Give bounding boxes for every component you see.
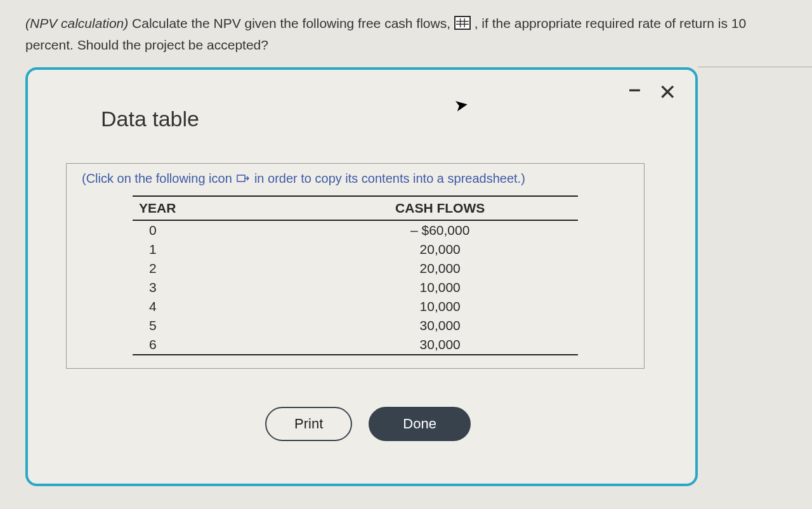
cell-year: 5 bbox=[133, 316, 232, 335]
hint-after: in order to copy its contents into a spr… bbox=[251, 171, 525, 185]
table-row: 310,000 bbox=[133, 278, 578, 297]
cell-year: 3 bbox=[133, 278, 232, 297]
modal-title: Data table bbox=[101, 107, 670, 131]
question-before-icon: Calculate the NPV given the following fr… bbox=[128, 16, 454, 30]
table-row: 530,000 bbox=[133, 316, 578, 335]
table-row: 120,000 bbox=[133, 240, 578, 259]
question-text: (NPV calculation) Calculate the NPV give… bbox=[25, 13, 787, 55]
question-lead: (NPV calculation) bbox=[25, 16, 128, 30]
svg-rect-5 bbox=[237, 175, 245, 182]
data-table-icon[interactable] bbox=[454, 16, 471, 30]
cell-cash: 10,000 bbox=[232, 278, 578, 297]
table-row: 220,000 bbox=[133, 259, 578, 278]
cell-year: 1 bbox=[133, 240, 232, 259]
cell-year: 4 bbox=[133, 297, 232, 316]
divider bbox=[698, 67, 812, 67]
col-year: YEAR bbox=[133, 196, 232, 220]
done-button[interactable]: Done bbox=[369, 407, 471, 441]
table-row: 0– $60,000 bbox=[133, 220, 578, 240]
table-container: (Click on the following icon in order to… bbox=[66, 163, 645, 369]
hint-before: (Click on the following icon bbox=[82, 171, 235, 185]
cell-cash: – $60,000 bbox=[232, 220, 578, 240]
table-row: 630,000 bbox=[133, 335, 578, 355]
copy-hint: (Click on the following icon in order to… bbox=[82, 171, 629, 187]
table-row: 410,000 bbox=[133, 297, 578, 316]
col-cash: CASH FLOWS bbox=[232, 196, 578, 220]
svg-rect-0 bbox=[456, 18, 469, 27]
cell-cash: 30,000 bbox=[232, 335, 578, 355]
cell-cash: 20,000 bbox=[232, 240, 578, 259]
cash-flow-table: YEAR CASH FLOWS 0– $60,000 120,000 220,0… bbox=[133, 195, 578, 355]
cell-year: 0 bbox=[133, 220, 232, 240]
data-table-modal: ➤ – ✕ Data table (Click on the following… bbox=[25, 67, 698, 486]
cell-year: 2 bbox=[133, 259, 232, 278]
copy-to-spreadsheet-icon[interactable] bbox=[237, 172, 249, 187]
cell-cash: 30,000 bbox=[232, 316, 578, 335]
close-button[interactable]: ✕ bbox=[658, 81, 676, 103]
cell-cash: 20,000 bbox=[232, 259, 578, 278]
cell-cash: 10,000 bbox=[232, 297, 578, 316]
print-button[interactable]: Print bbox=[265, 407, 352, 441]
cell-year: 6 bbox=[133, 335, 232, 355]
